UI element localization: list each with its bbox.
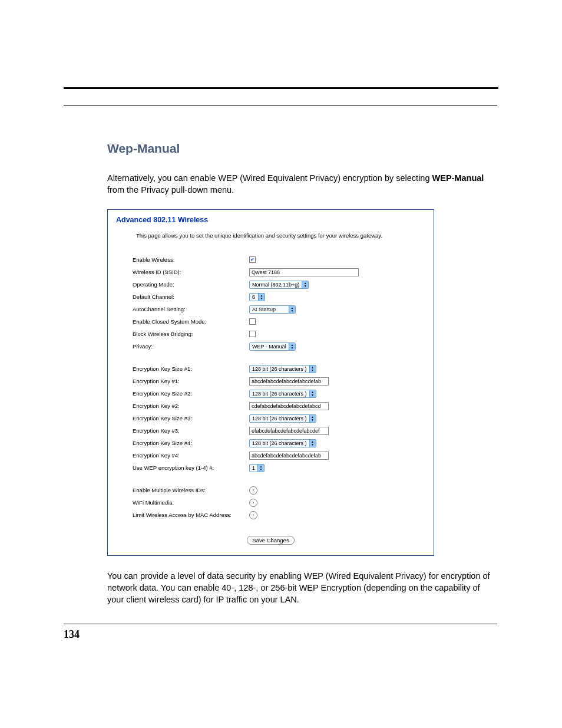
expand-wifi-mm-button[interactable]: › xyxy=(249,499,257,507)
label-default-channel: Default Channel: xyxy=(133,294,249,300)
outro-paragraph: You can provide a level of data security… xyxy=(107,570,495,606)
input-key-1[interactable] xyxy=(249,377,329,386)
label-key-size-1: Encryption Key Size #1: xyxy=(133,365,249,372)
select-key-size-2-value: 128 bit (26 characters ) xyxy=(250,391,309,397)
select-privacy-value: WEP - Manual xyxy=(250,344,289,350)
select-autochannel-value: At Startup xyxy=(250,307,289,312)
select-default-channel[interactable]: 6 ▲▼ xyxy=(249,293,265,301)
label-multi-ids: Enable Multiple Wireless IDs: xyxy=(133,487,249,493)
intro-bold: WEP-Manual xyxy=(432,173,484,183)
label-key-size-2: Encryption Key Size #2: xyxy=(133,390,249,397)
select-use-key[interactable]: 1 ▲▼ xyxy=(249,464,265,472)
select-key-size-1-value: 128 bit (26 characters ) xyxy=(250,366,309,372)
input-key-4[interactable] xyxy=(249,452,329,460)
input-ssid[interactable] xyxy=(249,268,359,276)
chevron-right-icon: › xyxy=(253,512,254,518)
select-key-size-1[interactable]: 128 bit (26 characters ) ▲▼ xyxy=(249,365,316,373)
input-key-2[interactable] xyxy=(249,402,329,410)
select-key-size-4[interactable]: 128 bit (26 characters ) ▲▼ xyxy=(249,439,316,447)
select-autochannel[interactable]: At Startup ▲▼ xyxy=(249,305,296,314)
checkbox-block-bridging[interactable] xyxy=(249,331,256,337)
checkbox-enable-wireless[interactable]: ✔ xyxy=(249,256,256,263)
label-key-size-3: Encryption Key Size #3: xyxy=(133,415,249,421)
page-number: 134 xyxy=(64,628,80,641)
section-heading: Wep-Manual xyxy=(107,141,495,156)
chevron-updown-icon: ▲▼ xyxy=(309,440,316,447)
label-autochannel: AutoChannel Setting: xyxy=(133,306,249,312)
select-key-size-3-value: 128 bit (26 characters ) xyxy=(250,416,309,421)
select-key-size-4-value: 128 bit (26 characters ) xyxy=(250,440,309,446)
label-privacy: Privacy: xyxy=(133,343,249,350)
label-mac-limit: Limit Wireless Access by MAC Address: xyxy=(133,512,249,518)
select-use-key-value: 1 xyxy=(250,465,257,471)
label-key-size-4: Encryption Key Size #4: xyxy=(133,440,249,446)
chevron-updown-icon: ▲▼ xyxy=(309,415,316,422)
label-use-key: Use WEP encryption key (1-4) #: xyxy=(133,465,249,471)
panel-description: This page allows you to set the unique i… xyxy=(136,232,425,239)
select-privacy[interactable]: WEP - Manual ▲▼ xyxy=(249,342,296,351)
chevron-updown-icon: ▲▼ xyxy=(258,294,265,301)
label-operating-mode: Operating Mode: xyxy=(133,281,249,288)
label-closed-system: Enable Closed System Mode: xyxy=(133,318,249,325)
label-key-3: Encryption Key #3: xyxy=(133,427,249,434)
chevron-updown-icon: ▲▼ xyxy=(289,306,295,313)
checkbox-closed-system[interactable] xyxy=(249,318,256,325)
chevron-updown-icon: ▲▼ xyxy=(309,365,316,373)
panel-title: Advanced 802.11 Wireless xyxy=(116,216,425,224)
label-key-1: Encryption Key #1: xyxy=(133,378,249,384)
expand-multi-ids-button[interactable]: › xyxy=(249,486,257,495)
save-changes-button[interactable]: Save Changes xyxy=(247,536,294,545)
intro-text-1: Alternatively, you can enable WEP (Wired… xyxy=(107,173,432,183)
label-key-4: Encryption Key #4: xyxy=(133,452,249,459)
chevron-updown-icon: ▲▼ xyxy=(302,281,308,288)
intro-text-2: from the Privacy pull-down menu. xyxy=(107,185,234,195)
chevron-right-icon: › xyxy=(253,500,254,505)
select-key-size-2[interactable]: 128 bit (26 characters ) ▲▼ xyxy=(249,390,316,398)
chevron-updown-icon: ▲▼ xyxy=(289,343,295,350)
chevron-updown-icon: ▲▼ xyxy=(257,465,264,472)
input-key-3[interactable] xyxy=(249,427,329,435)
label-key-2: Encryption Key #2: xyxy=(133,403,249,409)
label-enable-wireless: Enable Wireless: xyxy=(133,256,249,263)
select-operating-mode-value: Normal (802.11b+g) xyxy=(250,282,302,288)
select-operating-mode[interactable]: Normal (802.11b+g) ▲▼ xyxy=(249,281,309,289)
select-key-size-3[interactable]: 128 bit (26 characters ) ▲▼ xyxy=(249,414,316,423)
label-block-bridging: Block Wireless Bridging: xyxy=(133,331,249,337)
intro-paragraph: Alternatively, you can enable WEP (Wired… xyxy=(107,172,495,196)
label-wifi-mm: WiFi Multimedia: xyxy=(133,499,249,506)
expand-mac-limit-button[interactable]: › xyxy=(249,511,257,519)
chevron-right-icon: › xyxy=(253,487,254,493)
select-default-channel-value: 6 xyxy=(250,294,258,300)
chevron-updown-icon: ▲▼ xyxy=(309,390,316,397)
label-ssid: Wireless ID (SSID): xyxy=(133,269,249,275)
settings-panel: Advanced 802.11 Wireless This page allow… xyxy=(107,209,434,556)
